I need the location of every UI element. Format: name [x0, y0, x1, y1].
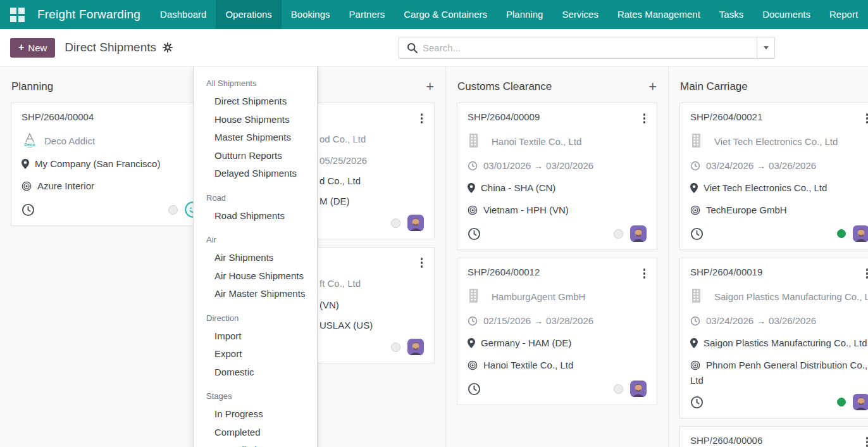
menu-item-export[interactable]: Export [194, 345, 317, 363]
add-card-button[interactable]: + [648, 81, 657, 92]
menu-item-direct-shipments[interactable]: Direct Shipments [194, 92, 317, 111]
menu-item-completed[interactable]: Completed [194, 424, 317, 442]
kebab-menu-icon[interactable] [419, 256, 425, 268]
menu-item-air-house-shipments[interactable]: Air House Shipments [194, 267, 317, 286]
building-icon [690, 132, 702, 151]
nav-item-operations[interactable]: Operations [216, 0, 281, 29]
location-pin-icon [690, 338, 698, 351]
status-circle[interactable] [614, 229, 623, 239]
column-main-carriage: Main Carriage+SHP/2604/00021Viet Tech El… [668, 66, 868, 447]
menu-item-master-shipments[interactable]: Master Shipments [194, 129, 317, 147]
partner-row: Viet Tech Electronics Co., Ltd [690, 132, 868, 151]
shipment-card[interactable]: SHP/2604/00009Hanoi Textile Co., Ltd03/0… [457, 103, 657, 250]
user-avatar[interactable] [630, 381, 647, 397]
origin-row: China - SHA (CN) [468, 181, 647, 196]
menu-item-delayed-shipments[interactable]: Delayed Shipments [194, 165, 317, 183]
target-icon [468, 205, 478, 218]
kebab-menu-icon[interactable] [865, 111, 868, 123]
card-header: SHP/2604/00004 [22, 111, 201, 124]
shipment-card[interactable]: SHP/2604/00012HamburgAgent GmbH02/15/202… [457, 258, 657, 405]
column-header: Planning+ [0, 66, 223, 103]
partner-row: od Co., Ltd [319, 132, 424, 146]
nav-item-cargo-containers[interactable]: Cargo & Containers [394, 0, 497, 29]
arrow-right-icon: → [757, 161, 766, 171]
activity-clock-icon[interactable] [690, 227, 704, 241]
user-avatar[interactable] [407, 215, 424, 231]
status-dot-green[interactable] [837, 398, 846, 406]
activity-clock-icon[interactable] [468, 382, 481, 396]
status-dot-green[interactable] [837, 229, 846, 238]
nav-item-planning[interactable]: Planning [497, 0, 552, 29]
kebab-menu-icon[interactable] [419, 111, 425, 123]
nav-item-documents[interactable]: Documents [753, 0, 820, 29]
status-circle[interactable] [391, 343, 400, 352]
menu-item-house-shipments[interactable]: House Shipments [194, 111, 317, 129]
menu-item-air-shipments[interactable]: Air Shipments [194, 249, 317, 267]
new-button[interactable]: + New [10, 38, 55, 58]
status-circle[interactable] [391, 218, 400, 228]
add-card-button[interactable]: + [426, 81, 434, 92]
search-bar [399, 37, 775, 59]
origin-row: (VN) [319, 298, 424, 312]
menu-item-air-master-shipments[interactable]: Air Master Shipments [194, 285, 317, 303]
menu-item-in-progress[interactable]: In Progress [194, 405, 317, 424]
app-title[interactable]: Freight Forwarding [37, 8, 140, 22]
kebab-menu-icon[interactable] [642, 111, 647, 123]
nav-item-services[interactable]: Services [552, 0, 608, 29]
dates-row: 03/01/2026→03/20/2026 [468, 159, 647, 174]
card-header: SHP/2604/00009 [468, 111, 647, 124]
menu-item-domestic[interactable]: Domestic [194, 363, 317, 382]
kebab-menu-icon[interactable] [865, 435, 868, 447]
card-footer [468, 381, 647, 397]
brand: Freight Forwarding [0, 8, 140, 22]
shipment-reference: SHP/2604/00009 [468, 111, 540, 122]
menu-item-road-shipments[interactable]: Road Shipments [194, 207, 317, 225]
origin-row: Saigon Plastics Manufacturing Co., Ltd [690, 336, 868, 351]
shipment-card[interactable]: SHP/2604/00019Saigon Plastics Manufactur… [679, 258, 868, 419]
nav-item-rates-management[interactable]: Rates Management [608, 0, 710, 29]
kebab-menu-icon[interactable] [865, 267, 868, 279]
nav-item-dashboard[interactable]: Dashboard [151, 0, 216, 29]
apps-grid-icon[interactable] [10, 8, 25, 22]
activity-clock-icon[interactable] [690, 396, 704, 409]
origin-row: d Co., Ltd [319, 174, 424, 187]
search-options-toggle[interactable] [757, 37, 774, 58]
user-avatar[interactable] [853, 394, 868, 410]
deco-addict-logo: Deco [22, 132, 38, 149]
shipment-card[interactable]: SHP/2604/00006Phuoc An Wood Co., Ltd03/1… [679, 426, 868, 447]
menu-item-outturn-reports[interactable]: Outturn Reports [194, 147, 317, 165]
menu-item-import[interactable]: Import [194, 327, 317, 346]
nav-item-tasks[interactable]: Tasks [710, 0, 753, 29]
clock-icon [468, 316, 478, 329]
partner-row: ft Co., Ltd [319, 277, 424, 290]
user-avatar[interactable] [630, 225, 647, 242]
card-header: SHP/2604/00012 [468, 267, 647, 279]
column-title: Main Carriage [680, 80, 748, 93]
status-circle[interactable] [614, 384, 623, 394]
partner-row: Hanoi Textile Co., Ltd [468, 132, 647, 151]
user-avatar[interactable] [407, 339, 424, 355]
user-avatar[interactable] [853, 225, 868, 242]
card-footer [468, 225, 647, 242]
menu-section-stages: StagesIn ProgressCompletedCancelled [194, 387, 317, 447]
nav-item-report[interactable]: Report [820, 0, 867, 29]
building-icon [468, 132, 480, 151]
destination-row: TechEurope GmbH [690, 203, 868, 218]
actions-gear-icon[interactable] [163, 42, 173, 53]
partner-row: Saigon Plastics Manufacturing Co., Ltd [690, 287, 868, 306]
search-input[interactable] [423, 37, 757, 58]
destination-row: M (DE) [319, 194, 424, 208]
shipment-card[interactable]: SHP/2604/00004DecoDeco AddictMy Company … [11, 103, 212, 226]
shipment-card[interactable]: SHP/2604/00021Viet Tech Electronics Co.,… [679, 103, 868, 250]
building-icon [690, 287, 702, 306]
shipment-reference: SHP/2604/00004 [22, 111, 94, 122]
destination-row: Vietnam - HPH (VN) [468, 203, 647, 218]
nav-item-bookings[interactable]: Bookings [282, 0, 340, 29]
kebab-menu-icon[interactable] [642, 267, 647, 279]
status-circle[interactable] [168, 205, 178, 215]
activity-clock-icon[interactable] [22, 203, 35, 217]
activity-clock-icon[interactable] [468, 227, 481, 241]
menu-item-cancelled[interactable]: Cancelled [194, 441, 317, 447]
nav-item-partners[interactable]: Partners [340, 0, 395, 29]
dates-row: 05/25/2026 [319, 154, 424, 167]
